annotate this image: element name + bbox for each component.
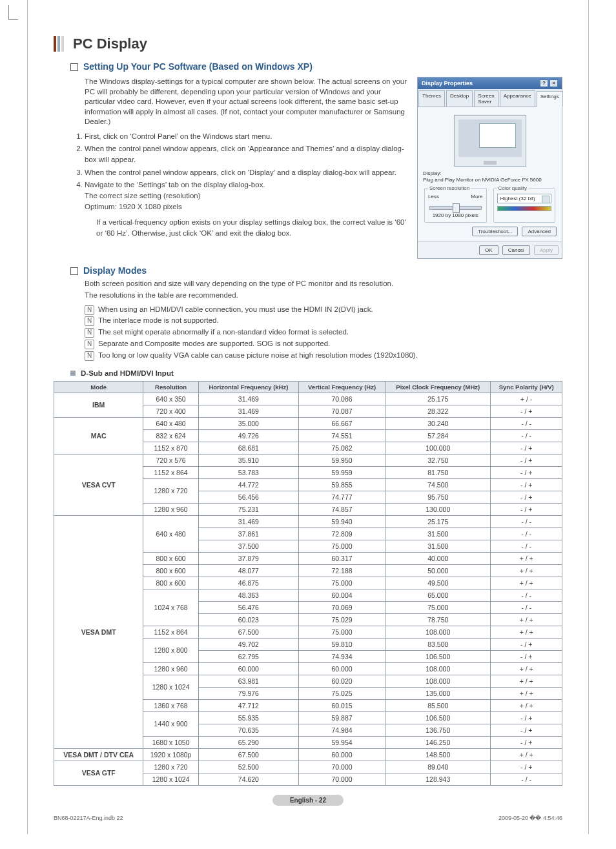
table-cell: 75.029 xyxy=(299,613,385,626)
tab-appearance[interactable]: Appearance xyxy=(500,90,535,107)
table-cell: 66.667 xyxy=(299,417,385,429)
note-text: Too long or low quality VGA cable can ca… xyxy=(98,350,418,362)
table-cell: 48.077 xyxy=(198,564,298,577)
table-header: Pixel Clock Frequency (MHz) xyxy=(385,381,491,393)
display-label: Display: xyxy=(423,170,557,176)
table-cell: 1280 x 960 xyxy=(143,503,198,515)
table-cell: 1440 x 900 xyxy=(143,711,198,736)
advanced-button[interactable]: Advanced xyxy=(522,227,557,236)
table-cell: 70.086 xyxy=(299,393,385,405)
table-cell: 31.500 xyxy=(385,540,491,552)
color-quality-select[interactable]: Highest (32 bit) xyxy=(497,194,552,203)
square-bullet-icon xyxy=(70,63,78,71)
table-cell: 60.000 xyxy=(198,662,298,675)
help-icon[interactable]: ? xyxy=(540,79,548,87)
table-cell: 1024 x 768 xyxy=(143,589,198,626)
table-cell: 81.750 xyxy=(385,466,491,478)
table-row: VESA DMT640 x 48031.46959.94025.175- / - xyxy=(54,515,562,527)
table-cell: 28.322 xyxy=(385,405,491,417)
table-cell: 59.959 xyxy=(299,466,385,478)
note-icon: N xyxy=(85,305,94,315)
resolution-slider[interactable] xyxy=(429,206,482,210)
table-cell: - / + xyxy=(491,405,562,417)
note-text: The interlace mode is not supported. xyxy=(98,315,219,327)
table-cell: 128.943 xyxy=(385,773,491,785)
square-bullet-icon xyxy=(70,267,78,275)
table-cell: - / - xyxy=(491,589,562,601)
tab-themes[interactable]: Themes xyxy=(418,90,445,107)
table-cell: - / - xyxy=(491,429,562,442)
table-cell: 60.023 xyxy=(198,613,298,626)
table-cell: 37.500 xyxy=(198,540,298,552)
intro-paragraph: The Windows display-settings for a typic… xyxy=(85,77,409,127)
table-cell: 49.726 xyxy=(198,429,298,442)
table-cell: + / + xyxy=(491,662,562,675)
table-cell: 31.469 xyxy=(198,393,298,405)
table-cell: 1152 x 864 xyxy=(143,626,198,638)
dialog-tabs: Themes Desktop Screen Saver Appearance S… xyxy=(418,89,562,107)
table-cell: 65.290 xyxy=(198,736,298,748)
table-cell: 74.777 xyxy=(299,491,385,503)
table-row: MAC640 x 48035.00066.66730.240- / - xyxy=(54,417,562,429)
table-row: IBM640 x 35031.46970.08625.175+ / - xyxy=(54,393,562,405)
table-cell: 1280 x 1024 xyxy=(143,675,198,699)
note-icon: N xyxy=(85,340,94,349)
notes-list: NWhen using an HDMI/DVI cable connection… xyxy=(85,304,562,362)
note-row: NThe interlace mode is not supported. xyxy=(85,315,562,327)
table-cell: 85.500 xyxy=(385,699,491,711)
table-cell: 720 x 400 xyxy=(143,405,198,417)
table-cell: 108.000 xyxy=(385,626,491,638)
table-cell: - / + xyxy=(491,638,562,650)
tab-screen-saver[interactable]: Screen Saver xyxy=(474,90,498,107)
table-cell: 108.000 xyxy=(385,662,491,675)
table-cell: 75.062 xyxy=(299,442,385,454)
table-cell: 59.954 xyxy=(299,736,385,748)
table-cell: 56.476 xyxy=(198,601,298,613)
table-row: VESA CVT720 x 57635.91059.95032.750- / + xyxy=(54,454,562,466)
troubleshoot-button[interactable]: Troubleshoot... xyxy=(472,227,518,236)
table-row: VESA GTF1280 x 72052.50070.00089.040- / … xyxy=(54,761,562,773)
table-cell: 78.750 xyxy=(385,613,491,626)
table-cell: 70.087 xyxy=(299,405,385,417)
footer-right: 2009-05-20 �� 4:54:46 xyxy=(498,815,562,821)
table-cell: 1920 x 1080p xyxy=(143,748,198,761)
ok-button[interactable]: OK xyxy=(479,245,498,255)
table-cell: - / + xyxy=(491,711,562,724)
table-cell: 75.025 xyxy=(299,687,385,699)
tab-settings[interactable]: Settings xyxy=(537,91,563,107)
table-cell: 800 x 600 xyxy=(143,564,198,577)
step-4: Navigate to the ‘Settings’ tab on the di… xyxy=(85,179,409,238)
cancel-button[interactable]: Cancel xyxy=(502,245,530,255)
table-cell: IBM xyxy=(54,393,143,417)
table-cell: 800 x 600 xyxy=(143,552,198,564)
display-modes-intro-2: The resolutions in the table are recomme… xyxy=(85,290,562,302)
table-cell: 59.810 xyxy=(299,638,385,650)
table-cell: 720 x 576 xyxy=(143,454,198,466)
table-cell: - / - xyxy=(491,527,562,540)
table-cell: 74.857 xyxy=(299,503,385,515)
table-cell: VESA DMT xyxy=(54,515,143,748)
table-cell: 83.500 xyxy=(385,638,491,650)
section-title-setup: Setting Up Your PC Software (Based on Wi… xyxy=(83,61,313,72)
table-cell: 148.500 xyxy=(385,748,491,761)
color-quality-fieldset: Color quality Highest (32 bit) xyxy=(493,185,556,223)
table-cell: 32.750 xyxy=(385,454,491,466)
table-cell: - / + xyxy=(491,442,562,454)
tab-desktop[interactable]: Desktop xyxy=(446,90,473,107)
table-cell: 50.000 xyxy=(385,564,491,577)
table-cell: - / + xyxy=(491,491,562,503)
close-icon[interactable]: × xyxy=(549,79,558,87)
table-cell: 800 x 600 xyxy=(143,577,198,589)
apply-button[interactable]: Apply xyxy=(534,245,559,255)
table-cell: - / - xyxy=(491,515,562,527)
resolution-value: 1920 by 1080 pixels xyxy=(428,212,483,218)
table-cell: 1280 x 720 xyxy=(143,478,198,503)
table-cell: 74.620 xyxy=(198,773,298,785)
slider-less: Less xyxy=(428,194,439,199)
table-cell: 1280 x 720 xyxy=(143,761,198,773)
table-cell: 60.317 xyxy=(299,552,385,564)
table-cell: 75.231 xyxy=(198,503,298,515)
table-cell: + / + xyxy=(491,687,562,699)
note-text: The set might operate abnormally if a no… xyxy=(98,327,349,338)
table-cell: 63.981 xyxy=(198,675,298,687)
